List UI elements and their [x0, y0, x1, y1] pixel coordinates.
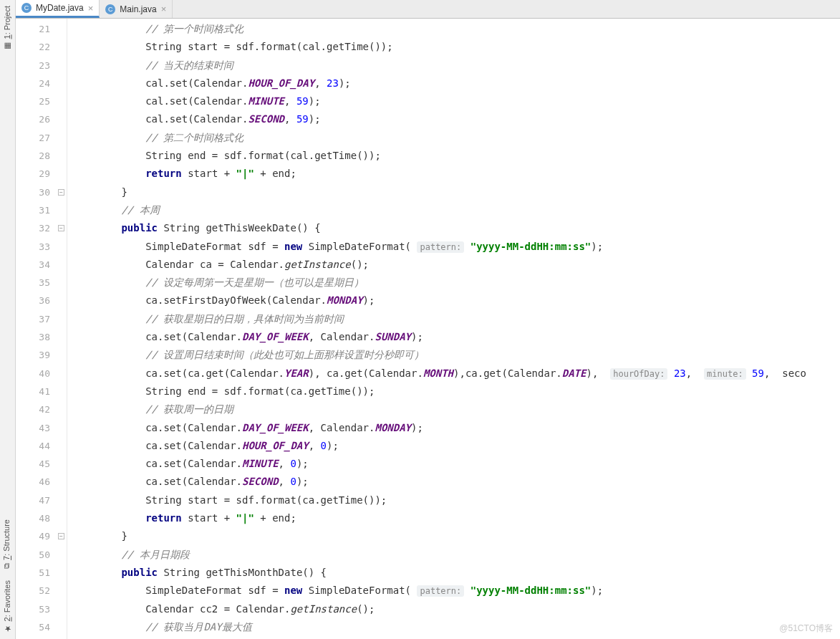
tool-accel: 1	[3, 34, 11, 39]
code-line[interactable]: cal.set(Calendar.HOUR_OF_DAY, 23);	[73, 75, 840, 92]
code-line[interactable]: // 本月日期段	[73, 546, 840, 564]
code-line[interactable]: ca.set(Calendar.DAY_OF_WEEK, Calendar.SU…	[73, 328, 840, 346]
line-number[interactable]: 41	[16, 383, 57, 400]
structure-icon: ⧉	[2, 563, 11, 569]
fold-cell	[57, 274, 67, 292]
line-number[interactable]: 43	[16, 419, 57, 437]
line-number[interactable]: 37	[16, 310, 57, 328]
line-number[interactable]: 51	[16, 564, 57, 582]
code-line[interactable]: // 设定每周第一天是星期一（也可以是星期日）	[73, 274, 840, 292]
tab-MyDate-java[interactable]: CMyDate.java×	[16, 0, 100, 18]
code-line[interactable]: String end = sdf.format(ca.getTime());	[73, 383, 840, 400]
line-number[interactable]: 53	[16, 600, 57, 618]
fold-end-icon[interactable]: −	[58, 533, 64, 539]
code-line[interactable]: ca.set(Calendar.HOUR_OF_DAY, 0);	[73, 437, 840, 455]
line-number[interactable]: 35	[16, 274, 57, 292]
code-line[interactable]: String start = sdf.format(ca.getTime());	[73, 491, 840, 509]
fold-cell	[57, 256, 67, 274]
code-line[interactable]: // 获取周一的日期	[73, 400, 840, 418]
line-number[interactable]: 31	[16, 201, 57, 219]
line-number[interactable]: 52	[16, 582, 57, 600]
line-number[interactable]: 33	[16, 238, 57, 256]
close-icon[interactable]: ×	[161, 4, 167, 14]
line-number[interactable]: 34	[16, 256, 57, 274]
tool-window-bar: ▦ 1: Project ⧉ 7: Structure ★ 2: Favorit…	[0, 0, 16, 639]
code-line[interactable]: cal.set(Calendar.MINUTE, 59);	[73, 92, 840, 110]
code-line[interactable]: public String getThisMonthDate() {	[73, 564, 840, 582]
tool-button-project[interactable]: ▦ 1: Project	[0, 0, 14, 57]
tool-window-bottom: ⧉ 7: Structure ★ 2: Favorites	[0, 514, 15, 639]
fold-cell	[57, 400, 67, 418]
tool-button-structure[interactable]: ⧉ 7: Structure	[0, 514, 13, 575]
line-number[interactable]: 49	[16, 527, 57, 545]
line-number[interactable]: 50	[16, 546, 57, 564]
fold-cell	[57, 129, 67, 147]
line-number[interactable]: 27	[16, 129, 57, 147]
line-number[interactable]: 54	[16, 618, 57, 636]
fold-cell	[57, 419, 67, 437]
line-number[interactable]: 38	[16, 328, 57, 346]
code-line[interactable]: }	[73, 527, 840, 545]
line-number[interactable]: 48	[16, 509, 57, 527]
code-line[interactable]: Calendar cc2 = Calendar.getInstance();	[73, 600, 840, 618]
line-number[interactable]: 45	[16, 455, 57, 473]
line-number[interactable]: 25	[16, 92, 57, 110]
line-number[interactable]: 26	[16, 110, 57, 128]
line-number[interactable]: 36	[16, 292, 57, 309]
line-number[interactable]: 30	[16, 183, 57, 201]
code-line[interactable]: Calendar ca = Calendar.getInstance();	[73, 256, 840, 274]
fold-cell	[57, 346, 67, 364]
close-icon[interactable]: ×	[88, 3, 94, 14]
code-line[interactable]: }	[73, 183, 840, 201]
code-line[interactable]: // 获取当月DAY最大值	[73, 618, 840, 636]
editor[interactable]: 2122232425262728293031323334353637383940…	[16, 19, 840, 639]
line-number[interactable]: 39	[16, 346, 57, 364]
line-number[interactable]: 21	[16, 20, 57, 38]
line-number[interactable]: 42	[16, 400, 57, 418]
fold-cell	[57, 201, 67, 219]
code-line[interactable]: return start + "|" + end;	[73, 509, 840, 527]
fold-cell	[57, 310, 67, 328]
fold-end-icon[interactable]: −	[58, 189, 64, 196]
fold-cell	[57, 75, 67, 92]
code-line[interactable]: ca.set(Calendar.MINUTE, 0);	[73, 455, 840, 473]
line-number[interactable]: 22	[16, 38, 57, 56]
tool-accel: 7	[2, 555, 11, 559]
code-line[interactable]: // 获取星期日的日期，具体时间为当前时间	[73, 310, 840, 328]
line-number[interactable]: 44	[16, 437, 57, 455]
main-area: CMyDate.java×CMain.java× 212223242526272…	[16, 0, 840, 639]
code-line[interactable]: ca.set(ca.get(Calendar.YEAR), ca.get(Cal…	[73, 365, 840, 383]
fold-cell	[57, 600, 67, 618]
code-line[interactable]: // 设置周日结束时间（此处也可如上面那样设置时分秒即可）	[73, 346, 840, 364]
tool-button-favorites[interactable]: ★ 2: Favorites	[0, 575, 14, 639]
line-number[interactable]: 24	[16, 75, 57, 92]
code-line[interactable]: String end = sdf.format(cal.getTime());	[73, 147, 840, 165]
line-number[interactable]: 29	[16, 165, 57, 183]
code-line[interactable]: // 第二个时间格式化	[73, 129, 840, 147]
code-line[interactable]: ca.setFirstDayOfWeek(Calendar.MONDAY);	[73, 292, 840, 309]
code-line[interactable]: cal.set(Calendar.SECOND, 59);	[73, 110, 840, 128]
code-line[interactable]: // 当天的结束时间	[73, 57, 840, 75]
line-number[interactable]: 23	[16, 57, 57, 75]
code-line[interactable]: SimpleDateFormat sdf = new SimpleDateFor…	[73, 582, 840, 600]
fold-cell	[57, 455, 67, 473]
code-area[interactable]: // 第一个时间格式化 String start = sdf.format(ca…	[67, 19, 840, 639]
code-line[interactable]: // 第一个时间格式化	[73, 20, 840, 38]
code-line[interactable]: return start + "|" + end;	[73, 165, 840, 183]
java-class-icon: C	[21, 3, 32, 13]
line-number[interactable]: 28	[16, 147, 57, 165]
line-number[interactable]: 47	[16, 491, 57, 509]
code-line[interactable]: ca.set(Calendar.SECOND, 0);	[73, 473, 840, 491]
code-line[interactable]: SimpleDateFormat sdf = new SimpleDateFor…	[73, 238, 840, 256]
line-number[interactable]: 32	[16, 219, 57, 237]
code-line[interactable]: String start = sdf.format(cal.getTime())…	[73, 38, 840, 56]
line-number[interactable]: 40	[16, 365, 57, 383]
line-number[interactable]: 46	[16, 473, 57, 491]
code-line[interactable]: // 本周	[73, 201, 840, 219]
code-line[interactable]: ca.set(Calendar.DAY_OF_WEEK, Calendar.MO…	[73, 419, 840, 437]
fold-cell	[57, 582, 67, 600]
fold-column: −−−	[57, 19, 67, 639]
code-line[interactable]: public String getThisWeekDate() {	[73, 219, 840, 237]
fold-start-icon[interactable]: −	[58, 225, 64, 231]
tab-Main-java[interactable]: CMain.java×	[100, 0, 173, 18]
